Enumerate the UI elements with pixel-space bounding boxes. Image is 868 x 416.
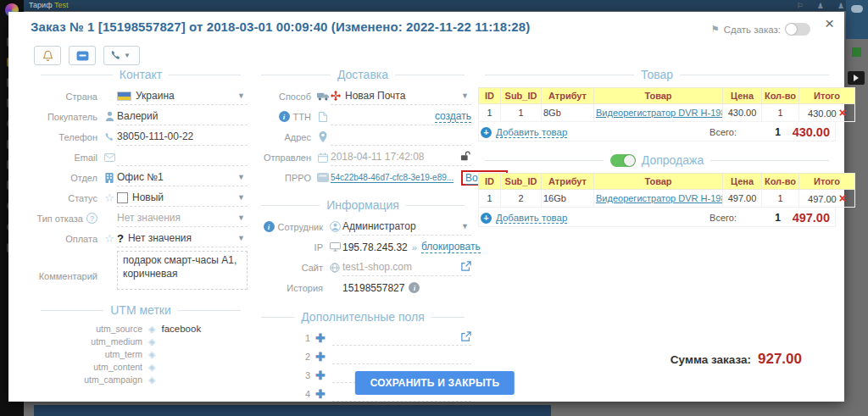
globe-icon (327, 263, 342, 273)
chevron-down-icon: ▼ (237, 173, 248, 181)
col-attr: Атрибут (542, 88, 594, 104)
col-product: Товар (594, 174, 723, 190)
spacer-icon (102, 251, 117, 290)
phone-value: 38050-111-00-22 (117, 130, 193, 142)
phone-label: Телефон (34, 132, 102, 142)
chevron-down-icon: ▼ (237, 193, 248, 202)
email-input[interactable] (117, 148, 248, 166)
user-icon[interactable]: ♟ (817, 2, 824, 10)
department-value: Офис №1 (117, 171, 164, 183)
col-qty: Кол-во (762, 174, 799, 190)
add-product-link[interactable]: Добавить товар (496, 127, 567, 138)
col-total: Итого (799, 174, 855, 190)
profile-icon[interactable]: ♟ (837, 2, 844, 10)
department-select[interactable]: Офис №1 ▼ (117, 169, 248, 186)
unlock-icon[interactable] (460, 151, 471, 164)
plus-icon[interactable]: ✚ (315, 350, 326, 363)
ttn-input[interactable]: создать (331, 108, 471, 125)
delete-product-icon[interactable]: × (839, 106, 846, 119)
employee-select[interactable]: Администратор ▼ (342, 218, 471, 236)
col-price: Цена (723, 88, 762, 104)
delete-upsell-icon[interactable]: × (839, 191, 846, 205)
extra-field-row-1: 1 ✚ (254, 330, 471, 346)
delivery-method-select[interactable]: Новая Почта ▼ (331, 87, 471, 105)
diamond-icon: ◈ (148, 336, 155, 347)
plus-icon[interactable]: ✚ (315, 331, 326, 345)
field-department: Отдел Офис №1 ▼ (34, 169, 248, 186)
col-qty: Кол-во (762, 88, 799, 104)
ttn-create-link[interactable]: создать (435, 110, 471, 123)
section-info: Информация (254, 198, 471, 212)
external-link-icon[interactable] (461, 261, 471, 274)
product-qty[interactable]: 1 (762, 104, 799, 122)
address-input[interactable] (331, 128, 471, 146)
info-icon[interactable]: i (264, 221, 275, 232)
country-select[interactable]: Украина ▼ (117, 87, 248, 105)
save-and-close-button[interactable]: СОХРАНИТЬ И ЗАКРЫТЬ (355, 371, 515, 395)
add-circle-icon[interactable]: + (481, 213, 492, 224)
sms-button[interactable] (69, 46, 96, 65)
plus-icon[interactable]: ✚ (315, 369, 326, 382)
payment-select[interactable]: ? Нет значения ▼ (117, 230, 248, 247)
submit-order-toggle[interactable] (785, 23, 810, 36)
upsell-table: ID Sub_ID Атрибут Товар Цена Кол-во Итог… (478, 173, 855, 208)
upsell-total-label: Всего: (709, 213, 737, 223)
order-sum-label: Сумма заказа: (670, 353, 751, 366)
info-icon[interactable]: i (409, 282, 420, 293)
buyer-value: Валерий (117, 110, 158, 122)
flag-icon: ⚑ (711, 24, 720, 35)
add-upsell-link[interactable]: Добавить товар (496, 213, 567, 224)
diamond-icon: ◈ (148, 349, 155, 360)
refusal-select[interactable]: Нет значения ▼ (117, 209, 248, 227)
external-link-icon[interactable] (461, 330, 471, 345)
notification-button[interactable] (34, 46, 61, 65)
employee-value: Администратор (342, 220, 416, 232)
diamond-icon: ◈ (148, 374, 155, 385)
upsell-qty[interactable]: 1 (762, 190, 799, 208)
prro-receipt-link[interactable]: 54c22b48-46d7-cfc8-3e19-e89... (331, 173, 453, 183)
status-select[interactable]: Новый ▼ (117, 189, 248, 207)
utm-content-label: utm_content (34, 362, 142, 372)
chevron-down-icon: ▼ (124, 52, 133, 59)
upsell-total-sum: 497.00 (781, 211, 833, 225)
field-refusal: Тип отказа? Нет значения ▼ (34, 209, 248, 227)
sent-datetime-input[interactable]: 2018-04-11 17:42:08 (331, 148, 471, 166)
monitor-icon (327, 242, 342, 252)
plus-icon[interactable]: ✚ (315, 387, 326, 401)
call-button[interactable]: ▼ (103, 46, 140, 65)
top-navbar: Тариф Test ⚐♟♟ (0, 0, 868, 11)
refusal-label: Тип отказа? (34, 213, 102, 224)
upsell-price[interactable]: 497.00 (723, 190, 762, 208)
product-link[interactable]: Видеорегистратор DVR H-198 *10... (596, 108, 723, 118)
field-prro: ПРРО 54c22b48-46d7-cfc8-3e19-e89... Возв… (254, 169, 471, 186)
block-ip-link[interactable]: блокировать (421, 241, 481, 253)
upsell-title: Допродажа (642, 153, 704, 167)
section-upsell: Допродажа (478, 153, 836, 167)
upsell-product-link[interactable]: Видеорегистратор DVR H-198 *10... (596, 193, 723, 203)
extra-field-input[interactable] (332, 330, 471, 346)
info-icon[interactable]: i (279, 111, 290, 122)
user-circle-icon (327, 221, 342, 232)
upsell-footer-row: + Добавить товар Всего: 1 497.00 (478, 208, 836, 227)
chevron-down-icon: ▼ (461, 222, 471, 230)
bell-icon[interactable]: ⚐ (797, 2, 804, 10)
utm-source-row: utm_source ◈ facebook (34, 323, 248, 335)
buyer-input[interactable]: Валерий (117, 108, 248, 125)
history-label: История (254, 283, 327, 293)
background-table-header-fragment (34, 405, 551, 416)
phone-input[interactable]: 38050-111-00-22 (117, 128, 248, 146)
close-icon[interactable]: × (825, 15, 834, 31)
topbar-icons: ⚐♟♟ (797, 2, 844, 10)
product-price[interactable]: 430.00 (723, 104, 762, 122)
comment-textarea[interactable]: подарок смарт-часы А1, коричневая (117, 251, 248, 290)
phone-icon (102, 132, 117, 142)
extra-field-input[interactable] (332, 348, 471, 364)
bell-icon (42, 50, 53, 62)
field-address: Адрес (254, 128, 471, 146)
products-header-row: ID Sub_ID Атрибут Товар Цена Кол-во Итог… (479, 88, 855, 104)
upsell-toggle[interactable] (610, 154, 636, 167)
product-total: 430.00 (808, 108, 837, 119)
section-extra-fields: Дополнительные поля (254, 310, 471, 324)
add-circle-icon[interactable]: + (481, 127, 492, 138)
document-icon (315, 112, 331, 122)
